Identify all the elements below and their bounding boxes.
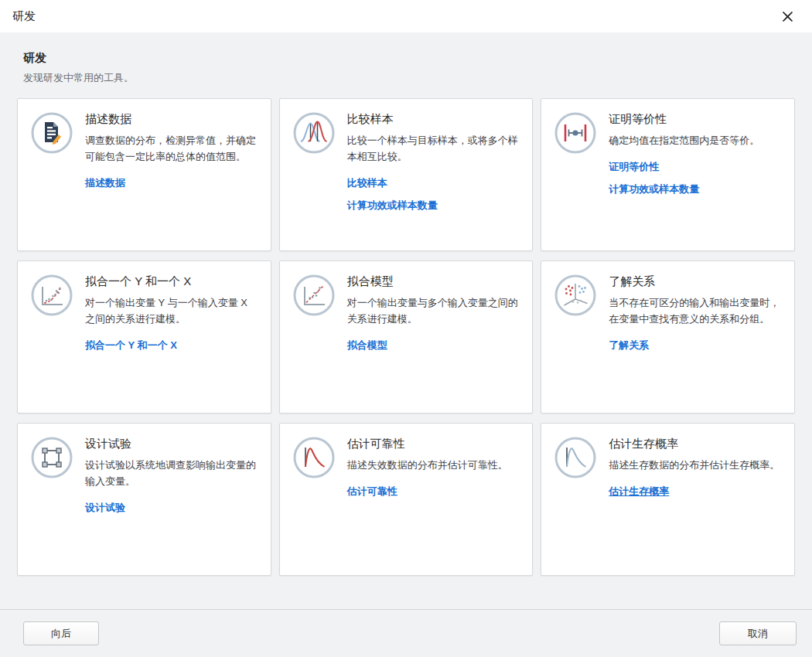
titlebar: 研发 [0,0,812,32]
close-icon[interactable] [776,5,798,27]
card-description: 当不存在可区分的输入和输出变量时，在变量中查找有意义的关系和分组。 [609,295,783,328]
tool-card: 拟合模型 对一个输出变量与多个输入变量之间的关系进行建模。 拟合模型 [279,260,534,414]
card-links: 比较样本计算功效或样本数量 [347,176,522,213]
tool-link[interactable]: 比较样本 [347,176,387,190]
tool-card: 证明等价性 确定均值在指定范围内是否等价。 证明等价性计算功效或样本数量 [541,98,795,251]
card-links: 描述数据 [85,176,260,190]
card-title: 拟合一个 Y 和一个 X [85,274,260,289]
estimate-survival-icon [554,436,597,479]
tool-link[interactable]: 估计可靠性 [347,485,397,499]
tool-link[interactable]: 证明等价性 [609,160,659,174]
card-links: 估计生存概率 [609,485,783,499]
prove-equivalence-icon [554,111,597,155]
tool-card: 了解关系 当不存在可区分的输入和输出变量时，在变量中查找有意义的关系和分组。 了… [541,260,795,414]
cancel-button[interactable]: 取消 [719,621,797,645]
fit-one-y-one-x-icon [30,274,73,317]
card-description: 描述失效数据的分布并估计可靠性。 [347,458,522,474]
tool-link[interactable]: 拟合一个 Y 和一个 X [85,339,177,352]
card-description: 比较一个样本与目标样本，或将多个样本相互比较。 [347,133,522,165]
card-links: 估计可靠性 [347,485,522,499]
describe-data-icon [30,111,73,155]
tool-link[interactable]: 了解关系 [609,339,649,352]
fit-model-icon [292,274,336,317]
card-title: 估计可靠性 [347,437,522,451]
content-area: 研发 发现研发中常用的工具。 描述数据 调查数据的分布，检测异常值，并确定可能包… [0,32,812,609]
tool-link[interactable]: 计算功效或样本数量 [347,199,438,213]
design-experiments-icon [30,436,73,479]
card-links: 了解关系 [609,339,783,352]
tool-link[interactable]: 拟合模型 [347,339,387,352]
card-description: 描述生存数据的分布并估计生存概率。 [609,458,783,474]
card-links: 证明等价性计算功效或样本数量 [609,160,783,196]
card-title: 估计生存概率 [609,437,783,451]
tool-link[interactable]: 设计试验 [85,501,125,515]
card-title: 拟合模型 [347,274,522,289]
tool-link[interactable]: 描述数据 [85,176,125,190]
tool-link[interactable]: 计算功效或样本数量 [609,182,699,196]
card-description: 对一个输出变量 Y 与一个输入变量 X 之间的关系进行建模。 [85,295,260,328]
tool-card: 描述数据 调查数据的分布，检测异常值，并确定可能包含一定比率的总体的值范围。 描… [17,98,271,251]
tool-card: 拟合一个 Y 和一个 X 对一个输出变量 Y 与一个输入变量 X 之间的关系进行… [17,260,271,414]
compare-samples-icon [292,111,336,155]
card-description: 设计试验以系统地调查影响输出变量的输入变量。 [85,458,260,490]
window-title: 研发 [12,9,36,24]
card-description: 对一个输出变量与多个输入变量之间的关系进行建模。 [347,295,522,328]
tool-card: 估计生存概率 描述生存数据的分布并估计生存概率。 估计生存概率 [541,423,795,576]
card-title: 比较样本 [347,112,522,127]
card-links: 拟合一个 Y 和一个 X [85,339,260,352]
tool-link[interactable]: 估计生存概率 [609,485,669,499]
card-title: 设计试验 [85,437,260,451]
card-description: 确定均值在指定范围内是否等价。 [609,133,783,149]
card-links: 拟合模型 [347,339,522,352]
back-button[interactable]: 向后 [23,621,99,645]
footer: 向后 取消 [0,609,812,657]
page-header: 研发 发现研发中常用的工具。 [17,51,795,85]
tool-card: 估计可靠性 描述失效数据的分布并估计可靠性。 估计可靠性 [279,423,534,576]
tool-card: 比较样本 比较一个样本与目标样本，或将多个样本相互比较。 比较样本计算功效或样本… [279,98,534,251]
card-description: 调查数据的分布，检测异常值，并确定可能包含一定比率的总体的值范围。 [85,133,260,165]
page-subtitle: 发现研发中常用的工具。 [23,71,795,85]
understand-relationships-icon [554,274,597,317]
card-title: 描述数据 [85,112,260,127]
tool-card: 设计试验 设计试验以系统地调查影响输出变量的输入变量。 设计试验 [17,423,271,576]
card-links: 设计试验 [85,501,260,515]
card-title: 证明等价性 [609,112,783,127]
rd-assistant-dialog: 研发 研发 发现研发中常用的工具。 描述数据 调查数据的分布，检测异常值，并确定… [0,0,812,657]
card-title: 了解关系 [609,274,783,289]
estimate-reliability-icon [292,436,336,479]
page-title: 研发 [23,51,795,66]
cards-grid: 描述数据 调查数据的分布，检测异常值，并确定可能包含一定比率的总体的值范围。 描… [17,98,795,576]
